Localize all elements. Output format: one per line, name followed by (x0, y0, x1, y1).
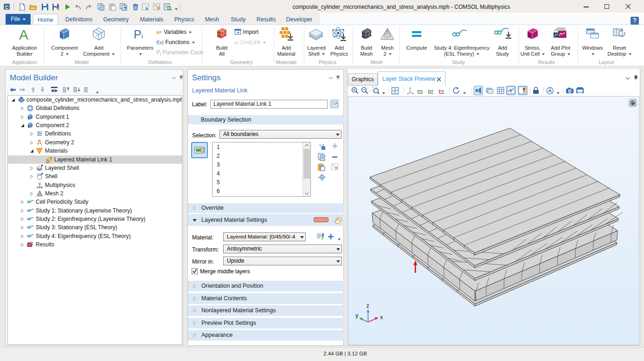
svg-text:x: x (380, 314, 383, 321)
svg-text:xz: xz (440, 89, 444, 93)
svg-text:xy: xy (419, 89, 423, 93)
svg-text:z: z (367, 303, 369, 309)
svg-text:y: y (355, 312, 358, 319)
svg-text:yz: yz (430, 89, 433, 93)
